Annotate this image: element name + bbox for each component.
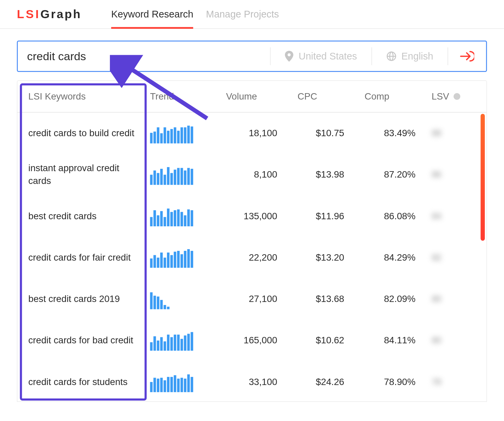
location-label: United States — [299, 50, 357, 62]
keyword-cell: best credit cards 2019 — [17, 278, 142, 319]
location-icon — [285, 51, 293, 62]
tab-manage-projects[interactable]: Manage Projects — [206, 0, 279, 28]
keyword-cell: instant approval credit cards — [17, 154, 142, 195]
table-row[interactable]: best credit cards135,000$11.9686.08%84 — [17, 195, 487, 237]
col-trend[interactable]: Trend — [142, 81, 218, 112]
language-filter[interactable]: English — [372, 50, 448, 62]
cpc-cell: $10.62 — [290, 319, 357, 361]
col-cpc[interactable]: CPC — [290, 81, 357, 112]
volume-cell: 22,200 — [218, 237, 290, 278]
top-nav: LSIGraph Keyword Research Manage Project… — [0, 0, 504, 29]
table-row[interactable]: credit cards for fair credit22,200$13.20… — [17, 237, 487, 278]
scrollbar-thumb[interactable] — [480, 114, 485, 240]
volume-cell: 18,100 — [218, 112, 290, 154]
logo-graph: Graph — [40, 7, 82, 21]
lsv-cell: 88 — [424, 112, 487, 154]
trend-sparkline — [150, 247, 211, 267]
lsv-cell: 86 — [424, 154, 487, 195]
table-header-row: LSI Keywords Trend Volume CPC Comp LSV — [17, 81, 487, 112]
lsv-cell: 78 — [424, 361, 487, 402]
lsv-cell: 80 — [424, 319, 487, 361]
trend-cell — [142, 195, 218, 237]
keyword-cell: credit cards to build credit — [17, 112, 142, 154]
help-icon[interactable] — [453, 93, 460, 100]
table-row[interactable]: instant approval credit cards8,100$13.98… — [17, 154, 487, 195]
results-table: LSI Keywords Trend Volume CPC Comp LSV c… — [17, 80, 487, 402]
lsv-cell: 80 — [424, 278, 487, 319]
comp-cell: 78.90% — [357, 361, 424, 402]
lsv-cell: 82 — [424, 237, 487, 278]
volume-cell: 135,000 — [218, 195, 290, 237]
cpc-cell: $24.26 — [290, 361, 357, 402]
keyword-input[interactable] — [18, 50, 270, 63]
table-row[interactable]: credit cards to build credit18,100$10.75… — [17, 112, 487, 154]
col-comp[interactable]: Comp — [357, 81, 424, 112]
table-row[interactable]: credit cards for bad credit165,000$10.62… — [17, 319, 487, 361]
trend-sparkline — [150, 330, 211, 350]
trend-cell — [142, 319, 218, 361]
trend-cell — [142, 112, 218, 154]
col-lsv-label: LSV — [431, 91, 449, 102]
comp-cell: 86.08% — [357, 195, 424, 237]
cpc-cell: $13.20 — [290, 237, 357, 278]
comp-cell: 84.11% — [357, 319, 424, 361]
submit-icon — [460, 50, 474, 63]
trend-cell — [142, 154, 218, 195]
col-lsv[interactable]: LSV — [424, 81, 487, 112]
keyword-cell: credit cards for fair credit — [17, 237, 142, 278]
volume-cell: 165,000 — [218, 319, 290, 361]
volume-cell: 33,100 — [218, 361, 290, 402]
logo-lsi: LSI — [17, 7, 40, 21]
lsv-cell: 84 — [424, 195, 487, 237]
trend-sparkline — [150, 206, 211, 226]
table-row[interactable]: best credit cards 201927,100$13.6882.09%… — [17, 278, 487, 319]
col-keywords[interactable]: LSI Keywords — [17, 81, 142, 112]
cpc-cell: $11.96 — [290, 195, 357, 237]
cpc-cell: $13.68 — [290, 278, 357, 319]
keyword-cell: best credit cards — [17, 195, 142, 237]
trend-sparkline — [150, 164, 211, 185]
search-bar: United States English — [17, 41, 487, 72]
location-filter[interactable]: United States — [271, 50, 372, 62]
comp-cell: 83.49% — [357, 112, 424, 154]
cpc-cell: $13.98 — [290, 154, 357, 195]
tab-keyword-research[interactable]: Keyword Research — [111, 0, 193, 28]
comp-cell: 82.09% — [357, 278, 424, 319]
logo: LSIGraph — [17, 7, 82, 21]
cpc-cell: $10.75 — [290, 112, 357, 154]
comp-cell: 87.20% — [357, 154, 424, 195]
trend-cell — [142, 237, 218, 278]
col-volume[interactable]: Volume — [218, 81, 290, 112]
keyword-cell: credit cards for students — [17, 361, 142, 402]
trend-cell — [142, 361, 218, 402]
search-submit-button[interactable] — [448, 50, 486, 63]
table-row[interactable]: credit cards for students33,100$24.2678.… — [17, 361, 487, 402]
trend-cell — [142, 278, 218, 319]
globe-icon — [386, 51, 396, 61]
keyword-cell: credit cards for bad credit — [17, 319, 142, 361]
trend-sparkline — [150, 289, 211, 309]
language-label: English — [402, 50, 433, 62]
volume-cell: 8,100 — [218, 154, 290, 195]
comp-cell: 84.29% — [357, 237, 424, 278]
volume-cell: 27,100 — [218, 278, 290, 319]
trend-sparkline — [150, 123, 211, 143]
trend-sparkline — [150, 372, 211, 392]
